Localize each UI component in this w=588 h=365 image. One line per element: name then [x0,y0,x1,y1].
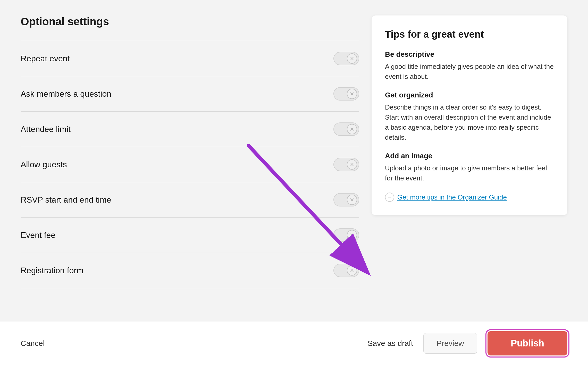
toggle-ask-members[interactable] [333,87,359,101]
toggle-x-attendee-limit [347,124,357,134]
toggle-container-rsvp-time[interactable] [333,193,359,206]
tip-section-2: Add an imageUpload a photo or image to g… [385,152,554,183]
toggle-x-event-fee [347,230,357,240]
tip-section-0: Be descriptiveA good title immediately g… [385,50,554,82]
settings-label-ask-members: Ask members a question [21,89,111,99]
tips-card: Tips for a great event Be descriptiveA g… [372,15,567,215]
settings-label-event-fee: Event fee [21,230,55,240]
toggle-container-repeat-event[interactable] [333,52,359,65]
tip-text-0: A good title immediately gives people an… [385,62,554,82]
toggle-container-registration-form[interactable] [333,264,359,277]
link-icon [385,193,394,202]
settings-item-repeat-event: Repeat event [21,41,359,76]
section-title: Optional settings [21,15,359,28]
toggle-repeat-event[interactable] [333,52,359,65]
settings-label-repeat-event: Repeat event [21,54,70,63]
toggle-attendee-limit[interactable] [333,122,359,136]
publish-button[interactable]: Publish [488,331,567,355]
tip-heading-2: Add an image [385,152,554,160]
settings-item-ask-members: Ask members a question [21,76,359,112]
tip-heading-1: Get organized [385,91,554,99]
left-panel: Optional settings Repeat eventAsk member… [21,15,359,319]
toggle-container-event-fee[interactable] [333,228,359,242]
right-actions: Save as draft Preview Publish [368,331,567,355]
preview-button[interactable]: Preview [423,333,477,354]
save-draft-button[interactable]: Save as draft [368,339,413,348]
cancel-button[interactable]: Cancel [21,339,45,348]
settings-item-attendee-limit: Attendee limit [21,112,359,147]
settings-item-rsvp-time: RSVP start and end time [21,182,359,218]
toggle-x-registration-form [347,265,357,276]
toggle-x-allow-guests [347,159,357,170]
toggle-rsvp-time[interactable] [333,193,359,206]
settings-label-allow-guests: Allow guests [21,160,67,169]
tips-title: Tips for a great event [385,29,554,40]
toggle-allow-guests[interactable] [333,158,359,171]
toggle-x-repeat-event [347,53,357,64]
toggle-container-attendee-limit[interactable] [333,122,359,136]
toggle-container-allow-guests[interactable] [333,158,359,171]
toggle-registration-form[interactable] [333,264,359,277]
settings-label-registration-form: Registration form [21,266,83,275]
settings-item-allow-guests: Allow guests [21,147,359,182]
toggle-event-fee[interactable] [333,228,359,242]
tip-heading-0: Be descriptive [385,50,554,59]
settings-item-registration-form: Registration form [21,253,359,288]
toggle-x-ask-members [347,89,357,99]
toggle-container-ask-members[interactable] [333,87,359,101]
settings-item-event-fee: Event fee [21,218,359,253]
settings-list: Repeat eventAsk members a questionAttend… [21,41,359,288]
organizer-guide-link[interactable]: Get more tips in the Organizer Guide [397,193,507,201]
right-panel: Tips for a great event Be descriptiveA g… [372,15,567,319]
settings-label-rsvp-time: RSVP start and end time [21,195,111,205]
tips-sections: Be descriptiveA good title immediately g… [385,50,554,183]
tip-text-1: Describe things in a clear order so it's… [385,102,554,143]
tip-text-2: Upload a photo or image to give members … [385,163,554,183]
bottom-bar: Cancel Save as draft Preview Publish [0,321,588,365]
settings-label-attendee-limit: Attendee limit [21,125,71,134]
organizer-link-container[interactable]: Get more tips in the Organizer Guide [385,193,554,202]
toggle-x-rsvp-time [347,195,357,205]
tip-section-1: Get organizedDescribe things in a clear … [385,91,554,143]
